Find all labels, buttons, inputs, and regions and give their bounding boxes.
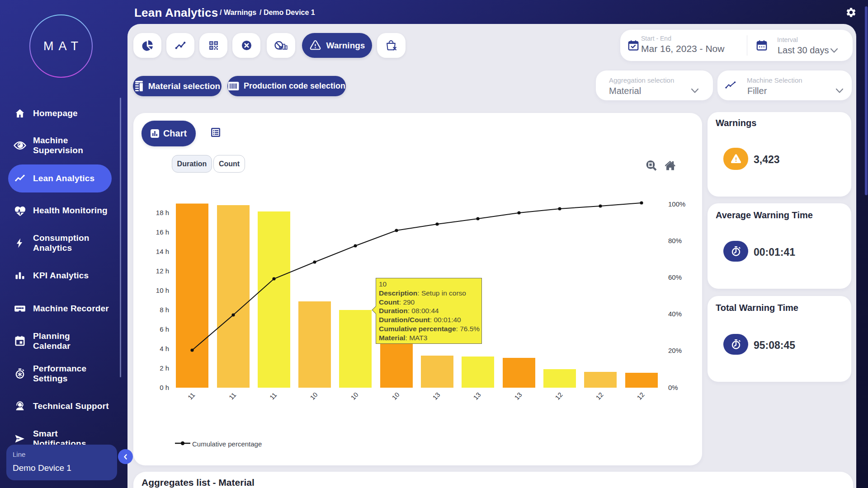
svg-text:80%: 80%: [668, 237, 682, 244]
svg-text:11: 11: [186, 391, 196, 401]
svg-text:11: 11: [268, 391, 278, 401]
svg-text:13: 13: [513, 391, 524, 401]
svg-text:13: 13: [431, 391, 442, 401]
svg-text:10: 10: [391, 391, 401, 401]
svg-text:11: 11: [227, 391, 237, 401]
svg-text:0 h: 0 h: [160, 384, 169, 391]
svg-text:20%: 20%: [668, 347, 682, 354]
svg-text:12: 12: [636, 391, 646, 401]
svg-text:8 h: 8 h: [160, 306, 169, 314]
svg-text:MAT: MAT: [43, 39, 83, 53]
svg-text:60%: 60%: [668, 273, 682, 281]
svg-text:10: 10: [349, 391, 360, 401]
svg-text:4 h: 4 h: [160, 345, 169, 352]
svg-text:13: 13: [472, 391, 482, 401]
svg-text:18 h: 18 h: [156, 209, 169, 216]
svg-text:14 h: 14 h: [156, 248, 169, 255]
svg-text:6 h: 6 h: [160, 325, 169, 333]
svg-text:12: 12: [554, 391, 564, 401]
svg-text:100%: 100%: [668, 200, 685, 208]
svg-text:10 h: 10 h: [156, 286, 169, 294]
svg-text:40%: 40%: [668, 310, 682, 318]
svg-text:12: 12: [594, 391, 605, 401]
svg-text:0%: 0%: [668, 384, 678, 391]
svg-text:12 h: 12 h: [156, 267, 169, 275]
svg-text:10: 10: [309, 391, 319, 401]
svg-text:16 h: 16 h: [156, 228, 169, 236]
svg-text:2 h: 2 h: [160, 364, 169, 372]
